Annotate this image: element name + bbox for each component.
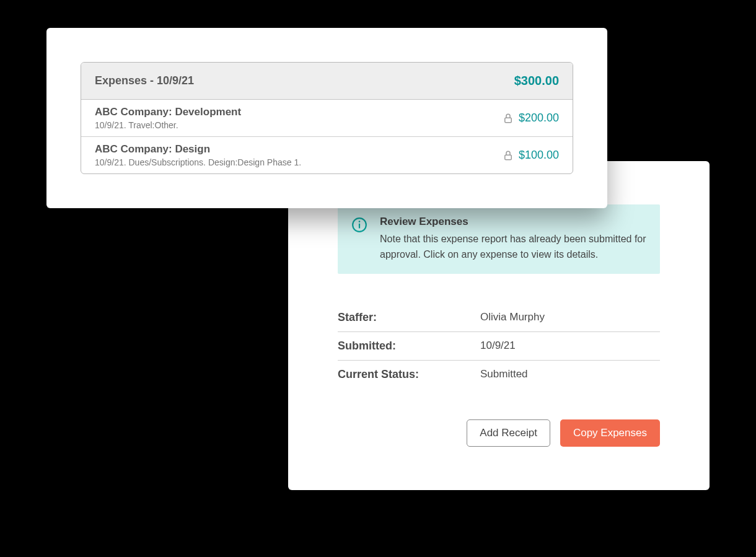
meta-value: Olivia Murphy bbox=[480, 311, 545, 324]
expense-header-total: $300.00 bbox=[514, 74, 559, 88]
meta-row-submitted: Submitted: 10/9/21 bbox=[338, 332, 660, 361]
svg-point-2 bbox=[359, 221, 361, 222]
expense-row-sub: 10/9/21. Travel:Other. bbox=[95, 120, 241, 130]
info-body: Note that this expense report has alread… bbox=[380, 232, 646, 263]
info-title: Review Expenses bbox=[380, 216, 646, 228]
expense-row-amount: $200.00 bbox=[519, 112, 559, 125]
meta-value: Submitted bbox=[480, 368, 528, 381]
meta-row-status: Current Status: Submitted bbox=[338, 361, 660, 388]
meta-label: Staffer: bbox=[338, 311, 480, 324]
info-banner: Review Expenses Note that this expense r… bbox=[338, 204, 660, 274]
action-bar: Add Receipt Copy Expenses bbox=[338, 419, 660, 447]
expense-row[interactable]: ABC Company: Design 10/9/21. Dues/Subscr… bbox=[81, 137, 573, 173]
meta-label: Current Status: bbox=[338, 368, 480, 381]
expense-row[interactable]: ABC Company: Development 10/9/21. Travel… bbox=[81, 100, 573, 137]
expense-row-name: ABC Company: Development bbox=[95, 106, 241, 118]
expense-review-card: Review Expenses Note that this expense r… bbox=[288, 161, 710, 490]
meta-row-staffer: Staffer: Olivia Murphy bbox=[338, 304, 660, 332]
lock-icon bbox=[503, 113, 514, 124]
meta-label: Submitted: bbox=[338, 340, 480, 353]
lock-icon bbox=[503, 150, 514, 161]
expense-row-sub: 10/9/21. Dues/Subscriptions. Design:Desi… bbox=[95, 157, 301, 167]
expense-table-header: Expenses - 10/9/21 $300.00 bbox=[81, 63, 573, 100]
meta-list: Staffer: Olivia Murphy Submitted: 10/9/2… bbox=[338, 304, 660, 388]
expense-header-title: Expenses - 10/9/21 bbox=[95, 74, 194, 87]
copy-expenses-button[interactable]: Copy Expenses bbox=[560, 419, 660, 447]
svg-rect-4 bbox=[505, 155, 512, 160]
expense-table: Expenses - 10/9/21 $300.00 ABC Company: … bbox=[81, 62, 573, 174]
expense-row-name: ABC Company: Design bbox=[95, 143, 301, 156]
expense-row-amount: $100.00 bbox=[519, 149, 559, 162]
expense-list-card: Expenses - 10/9/21 $300.00 ABC Company: … bbox=[46, 28, 607, 208]
add-receipt-button[interactable]: Add Receipt bbox=[467, 419, 550, 447]
svg-rect-3 bbox=[505, 118, 512, 123]
meta-value: 10/9/21 bbox=[480, 340, 516, 353]
info-icon bbox=[351, 217, 367, 235]
